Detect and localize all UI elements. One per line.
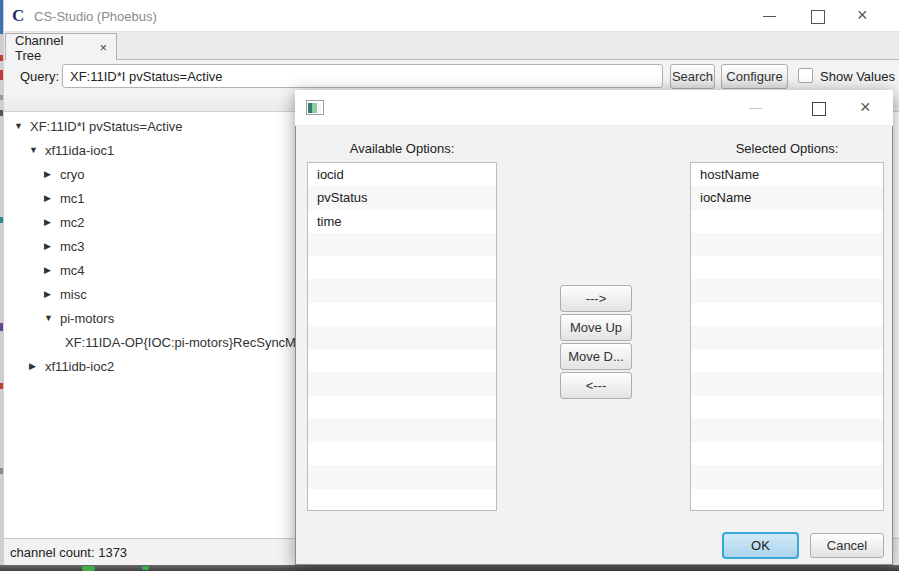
dialog-minimize-button[interactable]	[749, 108, 762, 109]
list-empty-row	[691, 233, 883, 256]
dialog-window-icon	[306, 100, 324, 115]
tree-row-label: mc4	[60, 263, 85, 278]
list-empty-row	[691, 465, 883, 488]
list-empty-row	[691, 279, 883, 302]
list-item[interactable]: pvStatus	[308, 186, 496, 209]
tree-row-label: cryo	[60, 167, 85, 182]
list-item[interactable]: hostName	[691, 163, 883, 186]
tree-row-label: XF:11IDA-OP{IOC:pi-motors}RecSyncMsg-I	[65, 335, 318, 350]
tree-row-label: mc2	[60, 215, 85, 230]
dialog-maximize-icon	[812, 102, 826, 116]
window-title: CS-Studio (Phoebus)	[34, 9, 157, 24]
ok-button[interactable]: OK	[722, 532, 799, 559]
list-empty-row	[308, 442, 496, 465]
show-values-label: Show Values	[820, 69, 895, 84]
desktop-artifact	[0, 95, 3, 100]
transfer-button-column: --->Move UpMove D...<---	[560, 285, 630, 399]
app-logo-icon: C	[12, 7, 30, 25]
screen: C CS-Studio (Phoebus) × Channel Tree × Q…	[0, 0, 899, 571]
desktop-artifact	[0, 217, 3, 223]
chevron-collapsed-icon[interactable]: ▶	[44, 265, 60, 275]
list-empty-row	[308, 279, 496, 302]
tab-close-icon[interactable]: ×	[99, 40, 107, 55]
list-item[interactable]: time	[308, 210, 496, 233]
desktop-artifact	[0, 0, 3, 34]
list-empty-row	[691, 326, 883, 349]
desktop-bottom-strip	[0, 565, 899, 571]
desktop-artifact	[0, 468, 3, 474]
selected-options-list[interactable]: hostNameiocName	[690, 162, 884, 511]
list-empty-row	[308, 396, 496, 419]
search-button[interactable]: Search	[670, 64, 715, 89]
dialog-maximize-button[interactable]	[812, 102, 826, 116]
tree-row-label: pi-motors	[60, 311, 114, 326]
list-empty-row	[308, 256, 496, 279]
query-input[interactable]	[62, 64, 663, 88]
maximize-button[interactable]	[811, 10, 825, 24]
available-options-list[interactable]: iocidpvStatustime	[307, 162, 497, 511]
list-item[interactable]: iocid	[308, 163, 496, 186]
selected-options-label: Selected Options:	[690, 141, 884, 157]
move-up-button[interactable]: Move Up	[560, 314, 632, 341]
list-empty-row	[308, 233, 496, 256]
dialog-titlebar[interactable]	[295, 90, 893, 126]
list-empty-row	[308, 465, 496, 488]
close-button[interactable]: ×	[857, 7, 868, 23]
show-values-checkbox[interactable]	[798, 68, 813, 83]
list-empty-row	[691, 256, 883, 279]
chevron-collapsed-icon[interactable]: ▶	[44, 241, 60, 251]
dialog-minimize-icon	[749, 108, 762, 109]
channel-count-text: channel count: 1373	[10, 545, 127, 560]
list-item[interactable]: iocName	[691, 186, 883, 209]
list-empty-row	[691, 396, 883, 419]
tab-bar	[4, 32, 899, 60]
tree-row-label: xf11ida-ioc1	[45, 143, 114, 158]
desktop-artifact	[0, 323, 3, 331]
available-options-label: Available Options:	[307, 141, 497, 157]
tab-channel-tree[interactable]: Channel Tree ×	[5, 33, 117, 61]
list-empty-row	[308, 349, 496, 372]
move-down-button[interactable]: Move D...	[560, 343, 632, 370]
chevron-expanded-icon[interactable]: ▼	[29, 145, 45, 155]
desktop-artifact	[82, 566, 95, 571]
list-empty-row	[691, 419, 883, 442]
tab-label: Channel Tree	[15, 33, 92, 63]
list-empty-row	[308, 372, 496, 395]
configure-button[interactable]: Configure	[721, 64, 788, 89]
desktop-artifact	[0, 383, 3, 389]
list-empty-row	[691, 349, 883, 372]
list-empty-row	[308, 326, 496, 349]
minimize-icon	[763, 16, 776, 17]
list-empty-row	[308, 489, 496, 511]
dialog-close-button[interactable]: ×	[860, 99, 871, 115]
cancel-button[interactable]: Cancel	[810, 533, 884, 558]
desktop-artifact	[142, 566, 149, 570]
tree-row-label: mc1	[60, 191, 85, 206]
chevron-collapsed-icon[interactable]: ▶	[44, 217, 60, 227]
chevron-expanded-icon[interactable]: ▼	[44, 313, 60, 323]
tree-row-label: misc	[60, 287, 87, 302]
desktop-artifact	[0, 110, 3, 116]
chevron-expanded-icon[interactable]: ▼	[14, 121, 30, 131]
list-empty-row	[691, 372, 883, 395]
query-label: Query:	[20, 69, 59, 84]
chevron-collapsed-icon[interactable]: ▶	[29, 361, 45, 371]
move-left-button[interactable]: <---	[560, 372, 632, 399]
list-empty-row	[308, 419, 496, 442]
tree-row-label: mc3	[60, 239, 85, 254]
move-right-button[interactable]: --->	[560, 285, 632, 312]
list-empty-row	[691, 210, 883, 233]
list-empty-row	[691, 489, 883, 511]
desktop-artifact	[0, 70, 3, 80]
desktop-artifact	[0, 55, 3, 61]
chevron-collapsed-icon[interactable]: ▶	[44, 169, 60, 179]
maximize-icon	[811, 10, 825, 24]
list-empty-row	[308, 303, 496, 326]
tree-row-label: xf11idb-ioc2	[45, 359, 114, 374]
tree-row-label: XF:11ID*I pvStatus=Active	[30, 119, 183, 134]
list-empty-row	[691, 442, 883, 465]
chevron-collapsed-icon[interactable]: ▶	[44, 193, 60, 203]
list-empty-row	[691, 303, 883, 326]
minimize-button[interactable]	[763, 16, 776, 17]
chevron-collapsed-icon[interactable]: ▶	[44, 289, 60, 299]
